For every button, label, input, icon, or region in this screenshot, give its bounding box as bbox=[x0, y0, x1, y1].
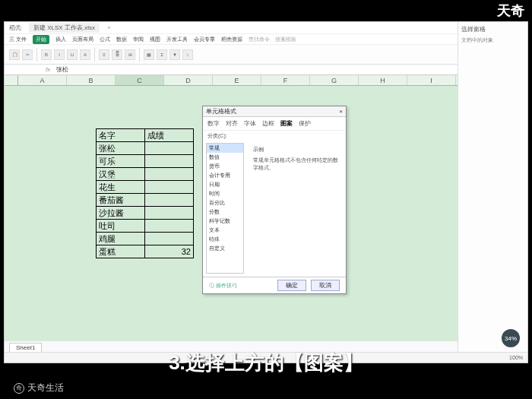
sum-icon[interactable]: Σ bbox=[157, 49, 167, 60]
preview-area: 示例 常规单元格格式不包含任何特定的数字格式。 bbox=[250, 143, 343, 274]
menu-formula[interactable]: 公式 bbox=[100, 36, 110, 43]
select-all-corner[interactable] bbox=[5, 75, 18, 85]
list-item: 数值 bbox=[207, 153, 243, 162]
category-label: 分类(C): bbox=[203, 131, 346, 140]
underline-icon[interactable]: U bbox=[67, 49, 78, 60]
menu-view[interactable]: 视图 bbox=[150, 36, 160, 43]
table-row: 可乐 bbox=[97, 155, 194, 168]
col-f[interactable]: F bbox=[261, 75, 310, 85]
menu-file[interactable]: 三 文件 bbox=[9, 36, 27, 43]
file-tab[interactable]: 新建 XLSX 工作表.xlsx bbox=[29, 23, 100, 33]
col-c[interactable]: C bbox=[116, 75, 164, 85]
menu-insert[interactable]: 插入 bbox=[55, 36, 66, 43]
app-name: 稻壳 bbox=[9, 24, 21, 32]
col-a[interactable]: A bbox=[18, 75, 67, 85]
sep bbox=[139, 48, 140, 62]
font-color-icon[interactable]: A bbox=[80, 49, 90, 60]
col-i[interactable]: I bbox=[407, 75, 456, 85]
brand-top: 天奇 bbox=[497, 2, 524, 20]
list-item: 自定义 bbox=[207, 244, 243, 253]
formula-bar: fx 张松 bbox=[5, 65, 527, 75]
titlebar: 稻壳 新建 XLSX 工作表.xlsx + bbox=[5, 22, 527, 34]
col-e[interactable]: E bbox=[213, 75, 261, 85]
close-icon[interactable]: × bbox=[339, 108, 343, 115]
data-table[interactable]: 名字成绩 张松 可乐 汉堡 花生 番茄酱 沙拉酱 吐司 鸡腿 蛋糕32 bbox=[96, 128, 194, 258]
table-row: 番茄酱 bbox=[97, 194, 194, 207]
progress-badge[interactable]: 34% bbox=[502, 329, 520, 347]
preview-text: 常规单元格格式不包含任何特定的数字格式。 bbox=[253, 157, 340, 172]
table-row: 张松 bbox=[97, 142, 194, 155]
app-window: 稻壳 新建 XLSX 工作表.xlsx + 三 文件 开始 插入 页面布局 公式… bbox=[4, 21, 528, 363]
cell: 成绩 bbox=[145, 129, 194, 142]
ribbon: 📋 ✂ B I U A ≡ ≣ ⊞ ▦ Σ ▼ ↕ bbox=[5, 45, 527, 65]
tab-font[interactable]: 字体 bbox=[244, 119, 256, 128]
ok-button[interactable]: 确定 bbox=[277, 280, 306, 291]
menubar: 三 文件 开始 插入 页面布局 公式 数据 审阅 视图 开发工具 会员专享 稻壳… bbox=[5, 34, 527, 45]
video-caption: 3.选择上方的【图案】 bbox=[0, 350, 532, 376]
new-tab-button[interactable]: + bbox=[107, 24, 111, 31]
dialog-footer: ⓘ 操作技巧 确定 取消 bbox=[203, 277, 346, 293]
cell: 番茄酱 bbox=[97, 194, 145, 207]
cell bbox=[145, 207, 194, 220]
fx-icon[interactable]: fx bbox=[43, 66, 53, 73]
format-cells-dialog: 单元格格式 × 数字 对齐 字体 边框 图案 保护 分类(C): 常规 数值 货… bbox=[202, 106, 347, 294]
tab-number[interactable]: 数字 bbox=[207, 119, 220, 128]
cell: 鸡腿 bbox=[97, 233, 145, 245]
italic-icon[interactable]: I bbox=[54, 49, 65, 60]
align-center-icon[interactable]: ≣ bbox=[112, 49, 122, 60]
cut-icon[interactable]: ✂ bbox=[22, 49, 33, 60]
merge-icon[interactable]: ⊞ bbox=[125, 49, 135, 60]
menu-home[interactable]: 开始 bbox=[33, 35, 49, 44]
cell bbox=[145, 142, 194, 155]
dialog-tabs: 数字 对齐 字体 边框 图案 保护 bbox=[203, 117, 346, 131]
sort-icon[interactable]: ↕ bbox=[182, 49, 193, 60]
panel-hint: 文档中的对象 bbox=[461, 36, 524, 44]
paste-icon[interactable]: 📋 bbox=[9, 49, 20, 60]
help-link[interactable]: ⓘ 操作技巧 bbox=[209, 282, 237, 290]
tab-pattern[interactable]: 图案 bbox=[280, 119, 293, 128]
cell: 花生 bbox=[97, 181, 145, 194]
dialog-titlebar: 单元格格式 × bbox=[203, 106, 346, 117]
category-list[interactable]: 常规 数值 货币 会计专用 日期 时间 百分比 分数 科学记数 文本 特殊 自定… bbox=[206, 143, 244, 274]
list-item: 常规 bbox=[207, 144, 243, 153]
align-left-icon[interactable]: ≡ bbox=[99, 49, 109, 60]
list-item: 货币 bbox=[207, 162, 243, 171]
col-h[interactable]: H bbox=[359, 75, 407, 85]
cell: 沙拉酱 bbox=[97, 207, 145, 220]
column-headers: A B C D E F G H I bbox=[5, 75, 527, 86]
menu-layout[interactable]: 页面布局 bbox=[72, 36, 93, 43]
sep bbox=[36, 48, 37, 62]
col-d[interactable]: D bbox=[164, 75, 213, 85]
cell: 汉堡 bbox=[97, 168, 145, 181]
cell: 张松 bbox=[97, 142, 145, 155]
bold-icon[interactable]: B bbox=[41, 49, 52, 60]
tab-align[interactable]: 对齐 bbox=[226, 119, 238, 128]
col-g[interactable]: G bbox=[310, 75, 359, 85]
menu-dev[interactable]: 开发工具 bbox=[166, 36, 188, 43]
list-item: 科学记数 bbox=[207, 217, 243, 226]
tab-border[interactable]: 边框 bbox=[262, 119, 274, 128]
menu-doker[interactable]: 稻壳资源 bbox=[221, 36, 242, 43]
cell: 吐司 bbox=[97, 220, 145, 233]
format-icon[interactable]: ▦ bbox=[144, 49, 154, 60]
list-item: 文本 bbox=[207, 226, 243, 235]
table-row: 蛋糕32 bbox=[97, 245, 194, 258]
cell: 名字 bbox=[97, 129, 145, 142]
filter-icon[interactable]: ▼ bbox=[169, 49, 180, 60]
preview-label: 示例 bbox=[253, 146, 340, 154]
menu-vip[interactable]: 会员专享 bbox=[194, 36, 215, 43]
cell bbox=[145, 181, 194, 194]
menu-data[interactable]: 数据 bbox=[116, 36, 127, 43]
cancel-button[interactable]: 取消 bbox=[311, 280, 340, 291]
cell bbox=[145, 168, 194, 181]
dialog-body: 常规 数值 货币 会计专用 日期 时间 百分比 分数 科学记数 文本 特殊 自定… bbox=[203, 140, 346, 277]
cell bbox=[145, 155, 194, 168]
sep bbox=[94, 48, 95, 62]
formula-value[interactable]: 张松 bbox=[53, 65, 71, 74]
col-b[interactable]: B bbox=[67, 75, 116, 85]
tab-protect[interactable]: 保护 bbox=[299, 119, 311, 128]
cell bbox=[145, 220, 194, 233]
cell: 蛋糕 bbox=[97, 245, 145, 258]
menu-review[interactable]: 审阅 bbox=[133, 36, 144, 43]
search-hint[interactable]: 查找命令、搜索模板 bbox=[249, 36, 296, 43]
